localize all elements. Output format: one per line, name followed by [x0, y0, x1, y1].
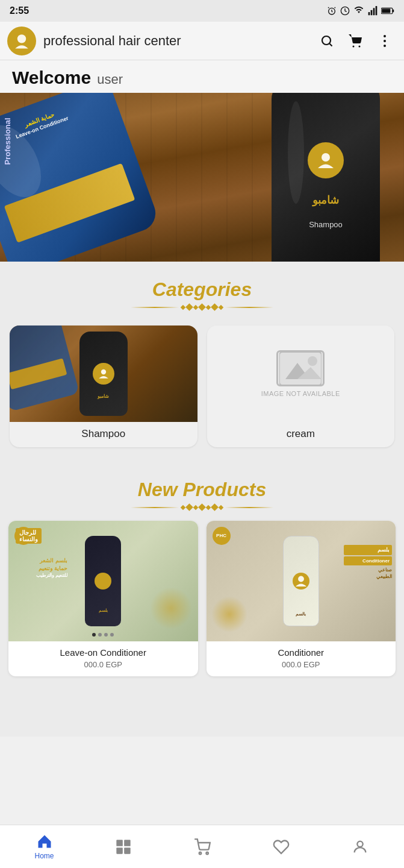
welcome-section: Welcome user	[0, 60, 404, 93]
product-card-leave-on[interactable]: PHC بلسم الشعر حماية وتنعيم للتنعيم والت…	[8, 521, 198, 676]
ornament-diamond-3	[193, 304, 198, 309]
product-name-leave-on: Leave-on Conditioner	[14, 647, 192, 658]
categories-title: Categories	[12, 278, 392, 301]
profile-icon	[352, 838, 368, 855]
bottom-nav-categories[interactable]	[84, 838, 163, 855]
dot-2	[98, 633, 102, 637]
ornament-diamond-5	[206, 304, 211, 309]
product-arabic-text-conditioner: بلسم Conditioner صناعي الطبيعي	[344, 545, 392, 580]
bottom-nav-home-label: Home	[34, 852, 54, 860]
svg-point-31	[199, 852, 201, 854]
ornament-diamond-2	[185, 303, 193, 311]
cart-nav-icon	[194, 838, 211, 855]
product-price-leave-on: 000.0 EGP	[14, 660, 192, 669]
svg-rect-2	[368, 12, 370, 15]
hero-bottle-subtitle: Shampoo	[309, 220, 343, 229]
signal-icon	[368, 6, 378, 16]
np-diamond-1	[181, 505, 185, 509]
search-button[interactable]	[315, 29, 339, 53]
hero-blue-bottle-accent	[4, 163, 135, 243]
cat-shampoo-blue-bottle	[10, 326, 79, 412]
product-card-conditioner[interactable]: PHC بلسم Conditioner صناعي الطبيعي بالسم	[207, 521, 396, 676]
status-time: 2:55	[10, 5, 29, 16]
bottom-nav-home[interactable]: Home	[5, 833, 84, 860]
svg-point-12	[353, 45, 355, 47]
nav-title: professional hair center	[43, 33, 308, 49]
category-label-shampoo: Shampoo	[81, 428, 125, 440]
svg-rect-4	[373, 8, 375, 15]
new-products-title: New Products	[12, 479, 392, 501]
svg-point-33	[357, 841, 362, 846]
svg-rect-30	[124, 848, 131, 854]
heart-icon	[273, 838, 290, 855]
hero-black-bottle: شامبو Shampoo	[272, 93, 380, 262]
golden-splash-conditioner	[211, 596, 247, 632]
category-image-shampoo: شامبو	[10, 326, 197, 422]
svg-point-26	[298, 576, 304, 582]
more-button[interactable]	[373, 29, 397, 53]
np-diamond-2	[185, 503, 193, 511]
placeholder-svg	[279, 352, 322, 385]
search-icon	[320, 34, 334, 48]
cart-button[interactable]	[344, 29, 368, 53]
product-name-conditioner: Conditioner	[213, 647, 390, 658]
top-nav: professional hair center	[0, 22, 404, 60]
categories-header: Categories	[0, 262, 404, 316]
product-info-conditioner: Conditioner 000.0 EGP	[207, 641, 396, 676]
bottom-nav-cart[interactable]	[163, 838, 241, 855]
categories-ornament	[12, 304, 392, 310]
hero-bottle-shine	[288, 101, 304, 204]
nav-actions	[315, 29, 397, 53]
product-bottle-leave-on: بلسم	[85, 536, 121, 626]
svg-rect-8	[382, 8, 390, 13]
categories-icon	[115, 838, 132, 855]
cat-shampoo-black-bottle: شامبو	[79, 332, 128, 416]
np-diamond-7	[219, 505, 223, 509]
welcome-label: Welcome	[12, 68, 91, 88]
svg-point-14	[384, 35, 386, 37]
product-price-conditioner: 000.0 EGP	[213, 660, 390, 669]
new-products-header: New Products	[0, 462, 404, 516]
product-arabic-text-leave-on: بلسم الشعر حماية وتنعيم للتنعيم والترطيب	[13, 557, 67, 579]
product-bottle-conditioner: بالسم	[283, 536, 319, 626]
np-diamond-5	[206, 505, 211, 509]
svg-rect-3	[371, 10, 373, 16]
ornament-diamond-6	[211, 303, 219, 311]
welcome-text: Welcome user	[12, 68, 392, 88]
hero-professional-text: Professional	[3, 118, 12, 165]
product-dots-leave-on	[92, 633, 114, 637]
category-card-cream[interactable]: IMAGE NOT AVAILABLE cream	[207, 326, 395, 447]
dot-1	[92, 633, 96, 637]
products-grid: PHC بلسم الشعر حماية وتنعيم للتنعيم والت…	[0, 516, 404, 688]
cart-icon	[348, 34, 364, 48]
np-ornament-left-line	[131, 507, 179, 508]
content-area: Categories	[0, 262, 404, 737]
ornament-diamond-1	[181, 304, 185, 309]
svg-rect-5	[376, 6, 378, 15]
bottom-nav: Home	[0, 825, 404, 868]
ornament-right-line	[225, 307, 273, 308]
golden-splash-leave-on	[150, 587, 192, 629]
category-label-cream: cream	[287, 428, 315, 440]
bottom-nav-wishlist[interactable]	[241, 838, 320, 855]
bottom-nav-profile[interactable]	[320, 838, 399, 855]
product-badge-leave-on: للرجالوالنساء	[16, 528, 42, 544]
np-diamond-3	[193, 505, 198, 509]
product-image-conditioner: PHC بلسم Conditioner صناعي الطبيعي بالسم	[207, 521, 396, 641]
more-icon	[383, 34, 387, 48]
np-diamond-6	[211, 503, 219, 511]
svg-point-15	[384, 40, 386, 42]
image-not-available-text: IMAGE NOT AVAILABLE	[256, 390, 345, 397]
product-logo-conditioner: PHC	[213, 527, 231, 545]
battery-icon	[381, 7, 394, 15]
hero-bottle-arabic: شامبو	[312, 193, 339, 207]
status-icons	[327, 6, 394, 16]
np-ornament-diamonds	[181, 505, 223, 510]
svg-point-20	[101, 370, 106, 374]
svg-point-11	[322, 36, 331, 45]
welcome-username: user	[97, 72, 123, 87]
category-card-shampoo[interactable]: شامبو Shampoo	[10, 326, 197, 447]
image-placeholder	[276, 350, 325, 386]
hero-bottle-logo	[308, 142, 344, 178]
ornament-left-line	[131, 307, 179, 308]
